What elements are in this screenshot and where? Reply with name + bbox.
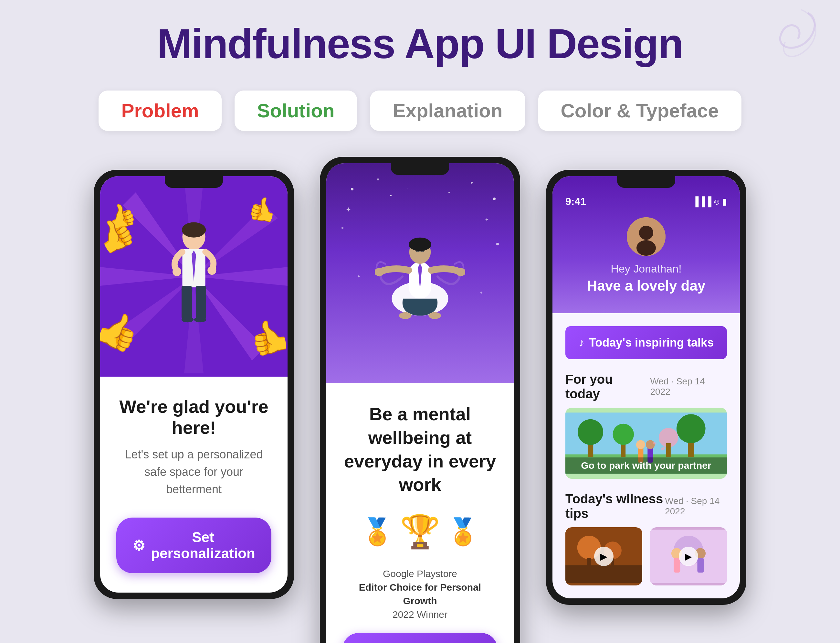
phone3-notch bbox=[617, 176, 675, 188]
tip-card-2[interactable]: ▶ bbox=[650, 527, 727, 586]
svg-point-14 bbox=[173, 268, 181, 276]
for-you-header: For you today Wed · Sep 14 2022 bbox=[565, 372, 727, 401]
svg-point-17 bbox=[194, 317, 206, 322]
svg-point-24 bbox=[496, 243, 499, 245]
avatar bbox=[627, 217, 666, 256]
svg-point-42 bbox=[639, 226, 653, 240]
tips-grid: ▶ bbox=[565, 527, 727, 586]
sliders-icon: ⚙ bbox=[132, 537, 145, 554]
phone3-inner: 9:41 ▐▐▐ ⌾ ▮ bbox=[552, 176, 740, 598]
status-time: 9:41 bbox=[565, 196, 586, 207]
phone2-content: Be a mental wellbeing at everyday in eve… bbox=[326, 383, 514, 643]
svg-text:✦: ✦ bbox=[485, 217, 489, 222]
svg-text:·: · bbox=[407, 186, 408, 190]
wifi-icon: ⌾ bbox=[714, 197, 720, 207]
svg-point-23 bbox=[342, 227, 343, 229]
tags-row: Problem Solution Explanation Color & Typ… bbox=[39, 91, 801, 131]
phone2-frame: ✦ ✦ · bbox=[320, 157, 520, 643]
music-note-icon: ♪ bbox=[579, 336, 584, 349]
wellness-title: Today's wllness tips bbox=[565, 492, 665, 521]
greeting-main: Have a lovely day bbox=[565, 278, 727, 294]
svg-point-52 bbox=[677, 414, 706, 443]
svg-point-56 bbox=[636, 440, 645, 449]
phone3-header: 9:41 ▐▐▐ ⌾ ▮ bbox=[552, 176, 740, 313]
svg-point-48 bbox=[578, 419, 603, 445]
svg-rect-62 bbox=[565, 565, 642, 583]
phone1-inner: 👍 👍 👍 👍 👍 bbox=[100, 176, 288, 592]
page-title: Mindfulness App UI Design bbox=[39, 20, 801, 68]
park-card[interactable]: Go to park with your partner bbox=[565, 408, 727, 479]
svg-point-27 bbox=[390, 195, 392, 196]
phone1-cta-label: Set personalization bbox=[151, 529, 255, 561]
tip-card-1[interactable]: ▶ bbox=[565, 527, 642, 586]
laurel-right-icon: 🏅 bbox=[447, 517, 479, 547]
page-wrapper: Mindfulness App UI Design Problem Soluti… bbox=[0, 0, 840, 643]
thumb-icon-5: 👍 bbox=[246, 315, 288, 359]
wellness-date: Wed · Sep 14 2022 bbox=[665, 496, 727, 517]
svg-point-19 bbox=[377, 178, 379, 180]
inspiring-talks-button[interactable]: ♪ Today's inspiring talks bbox=[565, 326, 727, 359]
svg-point-22 bbox=[493, 197, 496, 200]
meditation-illustration bbox=[375, 218, 465, 328]
svg-rect-54 bbox=[666, 443, 671, 457]
phone2-notch bbox=[391, 163, 449, 175]
svg-point-15 bbox=[207, 266, 216, 275]
svg-point-58 bbox=[646, 440, 655, 449]
phone1-subtitle: Let's set up a personalized safe space f… bbox=[116, 446, 271, 498]
tag-explanation[interactable]: Explanation bbox=[370, 91, 525, 131]
svg-point-39 bbox=[399, 312, 412, 319]
phone3-frame: 9:41 ▐▐▐ ⌾ ▮ bbox=[546, 170, 746, 605]
phone2-inner: ✦ ✦ · bbox=[326, 163, 514, 643]
svg-point-21 bbox=[471, 182, 473, 184]
svg-point-40 bbox=[428, 312, 441, 319]
tag-solution[interactable]: Solution bbox=[234, 91, 357, 131]
greeting-hey: Hey Jonathan! bbox=[565, 263, 727, 275]
svg-rect-13 bbox=[196, 286, 206, 319]
award-text: Google Playstore Editor Choice for Perso… bbox=[342, 567, 498, 621]
signal-icon: ▐▐▐ bbox=[692, 197, 711, 207]
phone2-hero: ✦ ✦ · bbox=[326, 163, 514, 383]
svg-rect-12 bbox=[182, 286, 192, 319]
trophy-icon: 🏆 bbox=[400, 513, 440, 551]
laurel-left-icon: 🏅 bbox=[361, 517, 394, 547]
svg-point-43 bbox=[637, 240, 656, 256]
for-you-title: For you today bbox=[565, 372, 650, 401]
svg-rect-65 bbox=[588, 558, 591, 571]
svg-rect-72 bbox=[697, 558, 704, 573]
park-card-label: Go to park with your partner bbox=[565, 457, 727, 473]
svg-point-18 bbox=[351, 188, 353, 190]
svg-point-28 bbox=[448, 192, 450, 193]
sign-up-email-button[interactable]: ✉ Sign Up with email bbox=[342, 633, 498, 643]
inspire-btn-label: Today's inspiring talks bbox=[589, 336, 714, 349]
svg-point-9 bbox=[182, 222, 206, 237]
wellness-header: Today's wllness tips Wed · Sep 14 2022 bbox=[565, 492, 727, 521]
svg-point-26 bbox=[480, 292, 482, 294]
play-button-1[interactable]: ▶ bbox=[594, 547, 614, 566]
phone1-frame: 👍 👍 👍 👍 👍 bbox=[94, 170, 294, 599]
phones-row: 👍 👍 👍 👍 👍 bbox=[39, 163, 801, 643]
phone1-title: We're glad you're here! bbox=[116, 396, 271, 438]
status-icons: ▐▐▐ ⌾ ▮ bbox=[692, 196, 727, 207]
phone1-hero: 👍 👍 👍 👍 👍 bbox=[100, 176, 288, 377]
svg-point-16 bbox=[182, 317, 194, 322]
award-section: 🏅 🏆 🏅 bbox=[342, 513, 498, 551]
status-bar: 9:41 ▐▐▐ ⌾ ▮ bbox=[565, 193, 727, 207]
svg-point-25 bbox=[358, 276, 360, 277]
tag-typeface[interactable]: Color & Typeface bbox=[538, 91, 741, 131]
svg-point-50 bbox=[613, 424, 634, 445]
phone2-headline: Be a mental wellbeing at everyday in eve… bbox=[342, 403, 498, 496]
tag-problem[interactable]: Problem bbox=[99, 91, 221, 131]
phone1-notch bbox=[165, 176, 223, 188]
for-you-date: Wed · Sep 14 2022 bbox=[650, 376, 727, 397]
phone1-content: We're glad you're here! Let's set up a p… bbox=[100, 377, 288, 592]
play-button-2[interactable]: ▶ bbox=[679, 547, 698, 566]
person-illustration bbox=[158, 222, 230, 331]
deco-swirl-icon bbox=[750, 7, 820, 71]
phone3-content: ♪ Today's inspiring talks For you today … bbox=[552, 313, 740, 598]
svg-point-35 bbox=[409, 238, 431, 251]
svg-text:✦: ✦ bbox=[346, 206, 351, 213]
battery-icon: ▮ bbox=[722, 196, 727, 207]
set-personalization-button[interactable]: ⚙ Set personalization bbox=[116, 517, 271, 573]
